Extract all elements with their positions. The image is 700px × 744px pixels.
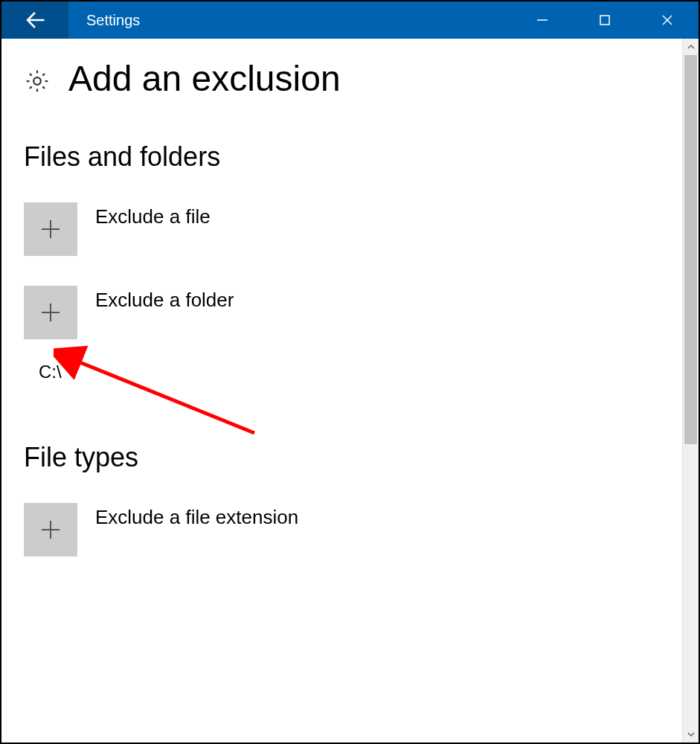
gear-icon: [24, 68, 51, 94]
section-files-folders-title: Files and folders: [24, 141, 660, 173]
settings-window: Settings: [0, 0, 700, 744]
content-area: Add an exclusion Files and folders Exclu…: [1, 39, 682, 743]
exclude-folder-button[interactable]: [24, 286, 77, 339]
section-file-types-title: File types: [24, 442, 660, 473]
chevron-down-icon: [687, 731, 695, 738]
minimize-icon: [536, 13, 549, 27]
close-icon: [661, 13, 674, 27]
page-title: Add an exclusion: [68, 61, 341, 97]
maximize-button[interactable]: [574, 1, 636, 39]
svg-point-4: [33, 77, 41, 85]
back-button[interactable]: [1, 1, 68, 39]
scroll-track[interactable]: [683, 55, 699, 726]
scroll-down-button[interactable]: [683, 726, 699, 743]
exclude-file-label: Exclude a file: [95, 205, 211, 228]
exclude-extension-label: Exclude a file extension: [95, 506, 298, 529]
exclude-folder-label: Exclude a folder: [95, 289, 234, 312]
vertical-scrollbar[interactable]: [682, 39, 699, 743]
plus-icon: [37, 216, 64, 243]
scroll-thumb[interactable]: [684, 55, 697, 444]
exclude-file-row: Exclude a file: [24, 202, 660, 256]
scroll-up-button[interactable]: [683, 39, 699, 55]
maximize-icon: [598, 13, 611, 27]
window-controls: [511, 1, 699, 39]
plus-icon: [37, 299, 64, 326]
exclude-extension-row: Exclude a file extension: [24, 503, 660, 557]
titlebar: Settings: [1, 1, 699, 39]
chevron-up-icon: [687, 43, 695, 51]
content-wrap: Add an exclusion Files and folders Exclu…: [1, 39, 699, 743]
plus-icon: [37, 516, 64, 543]
page-header: Add an exclusion: [24, 61, 660, 97]
window-title: Settings: [86, 12, 140, 29]
exclusion-item[interactable]: C:\: [39, 362, 660, 382]
svg-rect-1: [600, 16, 609, 25]
minimize-button[interactable]: [511, 1, 574, 39]
close-button[interactable]: [636, 1, 699, 39]
exclude-extension-button[interactable]: [24, 503, 77, 557]
exclude-folder-row: Exclude a folder: [24, 286, 660, 339]
back-arrow-icon: [24, 9, 46, 31]
exclude-file-button[interactable]: [24, 202, 77, 256]
